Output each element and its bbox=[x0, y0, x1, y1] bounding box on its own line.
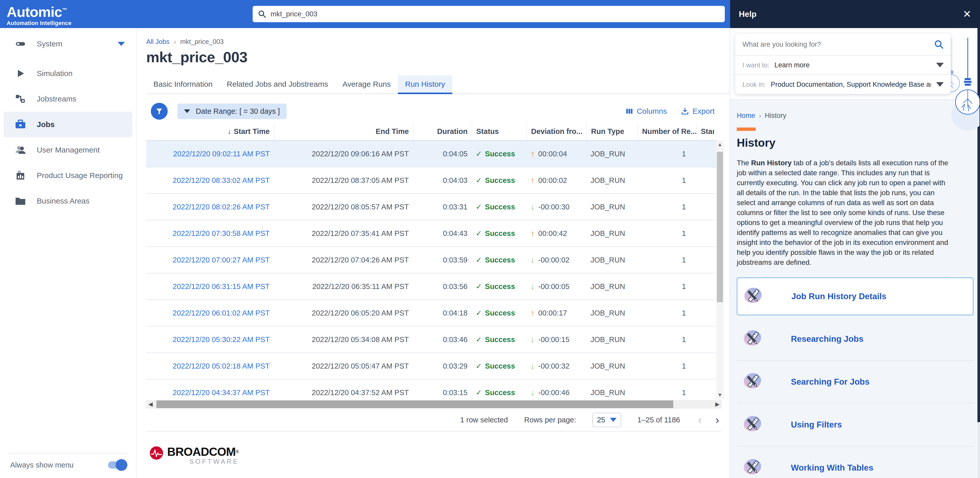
start-time-link[interactable]: 2022/12/20 05:02:18 AM PST bbox=[173, 362, 270, 370]
help-link-title: Job Run History Details bbox=[791, 292, 886, 301]
previous-page-button[interactable]: ‹ bbox=[698, 413, 702, 426]
column-header-end-time[interactable]: End Time bbox=[274, 123, 413, 140]
close-icon[interactable]: ✕ bbox=[963, 9, 971, 19]
help-search-input[interactable] bbox=[742, 41, 934, 48]
cell-status: ✓Success bbox=[472, 327, 527, 353]
global-search[interactable] bbox=[253, 6, 725, 22]
help-link-title: Working With Tables bbox=[791, 463, 873, 473]
sidebar-item-label: System bbox=[37, 40, 62, 48]
column-header-deviation-fro-[interactable]: Deviation fro... bbox=[527, 123, 587, 140]
start-time-link[interactable]: 2022/12/20 04:34:37 AM PST bbox=[173, 389, 270, 397]
sidebar-item-system[interactable]: System bbox=[3, 31, 132, 57]
cell-run-type: JOB_RUN bbox=[587, 247, 638, 273]
tab-basic-information[interactable]: Basic Information bbox=[146, 75, 220, 94]
rows-per-page-select[interactable]: 25 bbox=[592, 413, 621, 427]
help-link-working-with-tables[interactable]: Working With Tables bbox=[737, 446, 974, 478]
rows-per-page-label: Rows per page: bbox=[524, 416, 576, 424]
table-row[interactable]: 2022/12/20 08:02:26 AM PST2022/12/20 08:… bbox=[146, 194, 722, 221]
horizontal-scrollbar-thumb[interactable] bbox=[156, 400, 673, 408]
i-want-to-value: Learn more bbox=[775, 61, 931, 69]
table-row[interactable]: 2022/12/20 05:30:22 AM PST2022/12/20 05:… bbox=[146, 327, 722, 353]
i-want-to-select[interactable]: I want to: Learn more bbox=[735, 55, 951, 75]
table-row[interactable]: 2022/12/20 07:30:58 AM PST2022/12/20 07:… bbox=[146, 221, 722, 247]
cell-number-of-retries: 1 bbox=[638, 194, 696, 220]
table-row[interactable]: 2022/12/20 05:02:18 AM PST2022/12/20 05:… bbox=[146, 353, 722, 380]
cell-duration: 0:03:15 bbox=[413, 380, 472, 400]
cell-start-time: 2022/12/20 08:02:26 AM PST bbox=[146, 194, 274, 220]
help-link-searching-for-jobs[interactable]: Searching For Jobs bbox=[737, 360, 974, 403]
start-time-link[interactable]: 2022/12/20 08:33:02 AM PST bbox=[173, 176, 270, 185]
cell-start-to bbox=[696, 221, 714, 246]
table-row[interactable]: 2022/12/20 08:33:02 AM PST2022/12/20 08:… bbox=[146, 167, 722, 194]
cell-start-to bbox=[696, 273, 714, 299]
help-breadcrumb-home-link[interactable]: Home bbox=[737, 112, 755, 120]
vertical-scrollbar-thumb[interactable] bbox=[717, 152, 723, 302]
search-icon[interactable] bbox=[934, 40, 944, 49]
vertical-scrollbar[interactable]: ▲ ▼ bbox=[716, 140, 724, 399]
cell-start-time: 2022/12/20 06:01:02 AM PST bbox=[146, 300, 274, 326]
table-row[interactable]: 2022/12/20 06:31:15 AM PST2022/12/20 06:… bbox=[146, 273, 722, 300]
sidebar-item-user-management[interactable]: User Management bbox=[3, 137, 132, 163]
column-header-start-time[interactable]: ↓Start Time bbox=[146, 123, 274, 140]
look-in-select[interactable]: Look in: Product Documentation, Support … bbox=[735, 75, 951, 94]
table-row[interactable]: 2022/12/20 06:01:02 AM PST2022/12/20 06:… bbox=[146, 300, 722, 327]
cell-deviation: ↓-00:00:02 bbox=[527, 247, 587, 273]
columns-button[interactable]: Columns bbox=[625, 107, 667, 116]
sidebar-item-simulation[interactable]: Simulation bbox=[3, 61, 132, 86]
sidebar-footer: Always show menu bbox=[0, 453, 136, 478]
sidebar-item-product-usage-reporting[interactable]: Product Usage Reporting bbox=[3, 163, 132, 188]
sidebar-item-business-areas[interactable]: Business Areas bbox=[3, 188, 132, 214]
start-time-link[interactable]: 2022/12/20 06:01:02 AM PST bbox=[173, 309, 270, 317]
sidebar-item-label: Business Areas bbox=[37, 197, 89, 205]
scroll-down-button[interactable]: ▼ bbox=[716, 391, 724, 399]
cell-run-type: JOB_RUN bbox=[587, 141, 638, 167]
cell-start-time: 2022/12/20 08:33:02 AM PST bbox=[146, 167, 274, 193]
sidebar-item-jobstreams[interactable]: Jobstreams bbox=[3, 86, 132, 112]
help-link-researching-jobs[interactable]: Researching Jobs bbox=[737, 318, 974, 360]
tab-run-history[interactable]: Run History bbox=[398, 75, 452, 94]
cell-deviation: ↑00:00:02 bbox=[527, 167, 587, 193]
download-icon bbox=[681, 107, 689, 115]
cell-end-time: 2022/12/20 05:05:47 AM PST bbox=[274, 353, 413, 379]
start-time-link[interactable]: 2022/12/20 05:30:22 AM PST bbox=[173, 335, 270, 344]
start-time-link[interactable]: 2022/12/20 07:00:27 AM PST bbox=[173, 256, 270, 264]
filter-button[interactable] bbox=[151, 103, 168, 120]
scroll-up-button[interactable]: ▲ bbox=[716, 140, 724, 149]
column-header-number-of-re-[interactable]: Number of Re... bbox=[638, 123, 696, 140]
scroll-right-button[interactable]: ▶ bbox=[713, 400, 722, 409]
help-link-job-run-history-details[interactable]: Job Run History Details bbox=[737, 278, 974, 315]
start-time-link[interactable]: 2022/12/20 06:31:15 AM PST bbox=[173, 283, 270, 291]
column-header-label: Start To bbox=[701, 127, 714, 136]
cell-start-to bbox=[696, 194, 714, 220]
help-link-using-filters[interactable]: Using Filters bbox=[737, 403, 974, 446]
cell-start-to bbox=[696, 141, 714, 167]
column-header-start-to[interactable]: Start To bbox=[696, 123, 714, 140]
always-show-menu-toggle[interactable] bbox=[108, 461, 126, 469]
sidebar-item-jobs[interactable]: Jobs bbox=[3, 112, 132, 137]
table-row[interactable]: 2022/12/20 09:02:11 AM PST2022/12/20 09:… bbox=[146, 141, 722, 167]
sidebar-item-label: Simulation bbox=[37, 69, 73, 78]
table-row[interactable]: 2022/12/20 04:34:37 AM PST2022/12/20 04:… bbox=[146, 380, 722, 400]
tab-average-runs[interactable]: Average Runs bbox=[335, 75, 398, 94]
scroll-left-button[interactable]: ◀ bbox=[146, 400, 155, 409]
look-in-label: Look in: bbox=[742, 81, 765, 89]
start-time-link[interactable]: 2022/12/20 08:02:26 AM PST bbox=[173, 203, 270, 211]
horizontal-scrollbar[interactable]: ◀ ▶ bbox=[146, 400, 722, 409]
column-header-run-type[interactable]: Run Type bbox=[587, 123, 638, 140]
arrow-up-icon: ↑ bbox=[531, 149, 535, 159]
start-time-link[interactable]: 2022/12/20 07:30:58 AM PST bbox=[173, 229, 270, 238]
start-time-link[interactable]: 2022/12/20 09:02:11 AM PST bbox=[173, 150, 270, 158]
check-icon: ✓ bbox=[476, 176, 482, 185]
next-page-button[interactable]: › bbox=[715, 413, 719, 426]
column-header-label: Duration bbox=[437, 127, 468, 136]
column-header-duration[interactable]: Duration bbox=[413, 123, 472, 140]
export-button[interactable]: Export bbox=[681, 107, 714, 116]
breadcrumb-all-jobs-link[interactable]: All Jobs bbox=[146, 38, 169, 46]
date-range-chip[interactable]: Date Range: [ = 30 days ] bbox=[177, 103, 286, 119]
tab-related-jobs-and-jobstreams[interactable]: Related Jobs and Jobstreams bbox=[220, 75, 335, 94]
help-doc-icon bbox=[743, 458, 762, 478]
column-header-status[interactable]: Status bbox=[472, 123, 527, 140]
status-badge: ✓Success bbox=[476, 362, 515, 370]
global-search-input[interactable] bbox=[270, 10, 720, 18]
table-row[interactable]: 2022/12/20 07:00:27 AM PST2022/12/20 07:… bbox=[146, 247, 722, 273]
